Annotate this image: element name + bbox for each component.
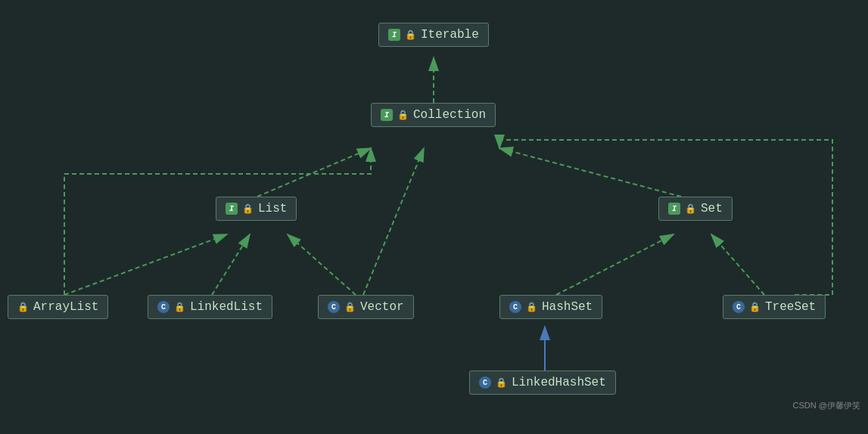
lock-icon: 🔒 bbox=[496, 377, 507, 389]
interface-icon: I bbox=[668, 203, 680, 215]
node-iterable[interactable]: I 🔒 Iterable bbox=[378, 23, 489, 47]
lock-icon: 🔒 bbox=[344, 302, 356, 313]
svg-line-7 bbox=[64, 234, 227, 295]
node-label: Collection bbox=[413, 108, 486, 122]
lock-icon: 🔒 bbox=[242, 203, 254, 215]
lock-icon: 🔒 bbox=[405, 29, 416, 41]
svg-line-8 bbox=[288, 234, 356, 295]
node-collection[interactable]: I 🔒 Collection bbox=[371, 103, 496, 127]
interface-icon: I bbox=[388, 29, 400, 41]
node-linkedlist[interactable]: C 🔒 LinkedList bbox=[148, 295, 272, 319]
svg-line-4 bbox=[499, 148, 681, 197]
node-linkedhashset[interactable]: C 🔒 LinkedHashSet bbox=[469, 370, 616, 395]
node-label: HashSet bbox=[542, 300, 593, 314]
node-vector[interactable]: C 🔒 Vector bbox=[318, 295, 414, 319]
class-icon: C bbox=[479, 377, 491, 389]
node-treeset[interactable]: C 🔒 TreeSet bbox=[723, 295, 826, 319]
node-label: List bbox=[258, 202, 287, 215]
watermark: CSDN @伊馨伊笑 bbox=[793, 400, 860, 411]
svg-line-9 bbox=[556, 234, 674, 295]
class-icon: C bbox=[157, 301, 170, 313]
svg-line-3 bbox=[257, 148, 371, 197]
connection-lines bbox=[0, 0, 868, 434]
node-label: ArrayList bbox=[33, 300, 98, 314]
node-label: LinkedList bbox=[190, 300, 263, 314]
interface-icon: I bbox=[381, 109, 393, 121]
lock-icon: 🔒 bbox=[174, 302, 185, 313]
node-label: LinkedHashSet bbox=[512, 376, 606, 389]
svg-line-5 bbox=[363, 148, 424, 295]
node-label: Iterable bbox=[421, 28, 479, 42]
interface-icon: I bbox=[226, 203, 238, 215]
diagram-container: I 🔒 Iterable I 🔒 Collection I 🔒 List I 🔒… bbox=[0, 0, 868, 434]
node-list[interactable]: I 🔒 List bbox=[216, 197, 297, 221]
class-icon: C bbox=[328, 301, 340, 313]
node-label: Set bbox=[701, 202, 723, 215]
lock-icon: 🔒 bbox=[397, 110, 409, 121]
lock-icon: 🔒 bbox=[526, 302, 537, 313]
lock-icon: 🔒 bbox=[685, 203, 696, 215]
svg-line-10 bbox=[711, 234, 764, 295]
node-hashset[interactable]: C 🔒 HashSet bbox=[499, 295, 602, 319]
node-label: TreeSet bbox=[765, 300, 816, 314]
class-icon: C bbox=[509, 301, 521, 313]
class-icon: C bbox=[733, 301, 745, 313]
lock-icon: 🔒 bbox=[749, 302, 761, 313]
svg-line-6 bbox=[212, 234, 250, 295]
lock-icon: 🔒 bbox=[17, 302, 29, 313]
node-set[interactable]: I 🔒 Set bbox=[658, 197, 733, 221]
node-arraylist[interactable]: 🔒 ArrayList bbox=[8, 295, 108, 319]
node-label: Vector bbox=[360, 300, 404, 314]
